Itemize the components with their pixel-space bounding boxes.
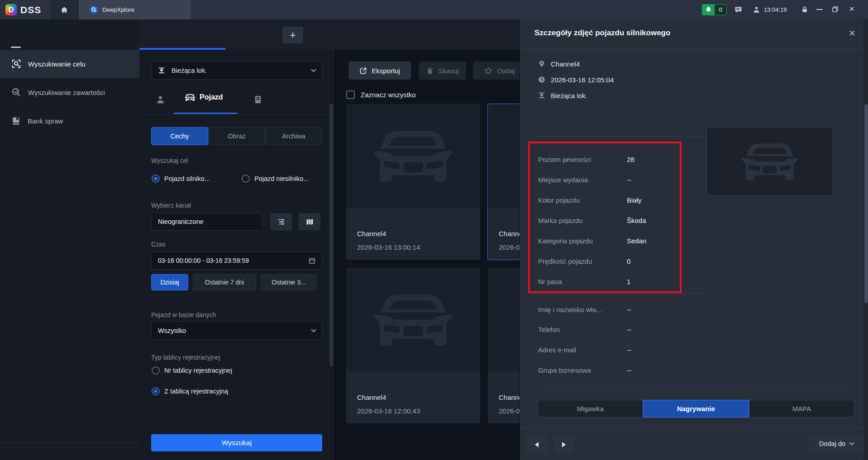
- database-select[interactable]: Wszystko: [151, 321, 322, 340]
- mode-tab-archives[interactable]: Archiwa: [265, 127, 322, 145]
- close-window-icon[interactable]: ✕: [849, 5, 855, 13]
- radio-motor-vehicle[interactable]: Pojazd silniko...: [152, 175, 210, 183]
- restore-icon[interactable]: [832, 6, 839, 13]
- detail-panel: Szczegóły zdjęć pojazdu silnikowego ✕ Ch…: [520, 19, 868, 460]
- tab-snapshot[interactable]: Migawka: [538, 400, 643, 417]
- field-label: Prędkość pojazdu: [538, 257, 627, 265]
- field-row: Miejsce wydania --: [538, 174, 701, 185]
- field-label: Miejsce wydania: [538, 176, 627, 184]
- new-tab-button[interactable]: +: [282, 27, 303, 43]
- time-label: Czas: [151, 241, 166, 248]
- section-divider: [537, 136, 703, 137]
- tab-vehicle-label: Pojazd: [200, 93, 223, 101]
- section-divider: [537, 294, 703, 294]
- channel-input-value: Nieograniczone: [158, 218, 204, 225]
- list-tree-icon: [277, 218, 285, 226]
- radio-non-motor-vehicle[interactable]: Pojazd niesilniko...: [242, 175, 309, 183]
- minimize-icon[interactable]: [816, 9, 823, 10]
- tab-person[interactable]: [156, 95, 165, 104]
- detail-channel-row: Channel4: [538, 58, 580, 70]
- user-icon[interactable]: [753, 6, 760, 14]
- sidebar-item-target-search[interactable]: Wyszukiwanie celu: [0, 50, 139, 78]
- vehicle-thumbnail: [706, 128, 833, 195]
- form-scrollbar[interactable]: [329, 104, 333, 366]
- field-value: Škoda: [627, 217, 646, 224]
- map-icon: [306, 218, 314, 226]
- location-pin-icon: [538, 60, 545, 67]
- notification-badge[interactable]: 0: [702, 4, 727, 15]
- field-value: --: [627, 326, 631, 333]
- delete-button[interactable]: Skasuj: [419, 62, 466, 80]
- detail-captured-at: 2026-03-16 12:05:04: [551, 76, 614, 84]
- document-icon: [253, 95, 262, 104]
- quick-range-last3[interactable]: Ostatnie 3...: [261, 274, 317, 290]
- case-bank-icon: [12, 117, 20, 125]
- field-row: Imię i nazwisko wła... --: [538, 304, 701, 315]
- select-all-label: Zaznacz wszystko: [361, 91, 416, 99]
- lock-icon[interactable]: [801, 6, 808, 13]
- detail-time-row: 2026-03-16 12:05:04: [538, 74, 614, 85]
- card-time: 2026-03-16 13:00:14: [357, 243, 420, 251]
- add-favorite-button[interactable]: Dodaj: [473, 62, 526, 80]
- add-to-button[interactable]: Dodaj do: [809, 434, 864, 453]
- panel-divider: [520, 50, 868, 50]
- database-label: Pojazd w bazie danych: [151, 311, 216, 318]
- panel-scrollbar-track[interactable]: [864, 19, 868, 460]
- field-label: Telefon: [538, 326, 627, 333]
- field-row: Nr pasa 1: [538, 276, 701, 287]
- channel-label: Wybierz kanał: [151, 202, 191, 209]
- field-row: Kategoria pojazdu Sedan: [538, 235, 701, 246]
- channel-input[interactable]: Nieograniczone: [151, 213, 262, 231]
- tab-plate-record[interactable]: [253, 95, 262, 104]
- image-search-icon: [12, 88, 21, 97]
- sidebar-item-content-search[interactable]: Wyszukiwanie zawartości: [0, 78, 139, 106]
- radio-non-motor-label: Pojazd niesilniko...: [254, 175, 309, 182]
- card-channel: Channe: [499, 394, 523, 401]
- dss-logo-icon: D: [5, 4, 17, 15]
- next-button[interactable]: [553, 436, 574, 454]
- tab-deepxplore[interactable]: DeepXplore: [79, 0, 191, 19]
- location-select-value: Bieżąca lok.: [172, 67, 305, 74]
- panel-scrollbar-thumb[interactable]: [864, 104, 868, 303]
- sidebar-item-case-bank[interactable]: Bank spraw: [0, 107, 139, 135]
- active-tab-underline: [139, 48, 225, 50]
- field-value: --: [627, 306, 631, 313]
- tab-recording[interactable]: Nagrywanie: [643, 400, 749, 417]
- home-button[interactable]: [50, 0, 79, 19]
- result-card[interactable]: Channel4 2026-03-16 13:00:14: [346, 104, 480, 260]
- device-icon: [538, 92, 545, 99]
- field-value: Sedan: [627, 237, 646, 245]
- card-channel: Channel4: [357, 394, 386, 401]
- channel-tree-button[interactable]: [270, 213, 292, 230]
- vehicle-snapshot: [346, 104, 480, 208]
- map-select-button[interactable]: [299, 213, 320, 230]
- message-icon[interactable]: [734, 6, 742, 14]
- location-select[interactable]: Bieżąca lok.: [151, 61, 322, 80]
- time-range-input[interactable]: 03-16 00:00:00 - 03-16 23:59:59: [151, 251, 322, 270]
- sidebar-item-label: Wyszukiwanie celu: [28, 60, 86, 68]
- previous-button[interactable]: [526, 436, 547, 454]
- field-value: --: [627, 346, 631, 354]
- chevron-left-icon: [535, 442, 539, 447]
- radio-plate-number[interactable]: Nr tablicy rejestracyjnej: [152, 366, 232, 375]
- tab-vehicle[interactable]: Pojazd: [185, 93, 223, 101]
- tab-map[interactable]: MAPA: [749, 400, 854, 417]
- workspace-header: [139, 19, 520, 50]
- mode-tab-image[interactable]: Obraz: [208, 127, 265, 145]
- radio-selected-icon: [152, 387, 160, 395]
- home-icon: [60, 6, 68, 14]
- bell-icon: [702, 4, 715, 15]
- field-label: Imię i nazwisko wła...: [538, 306, 627, 313]
- close-panel-icon[interactable]: ✕: [849, 28, 856, 38]
- section-divider: [537, 388, 851, 388]
- chevron-down-icon: [311, 67, 316, 72]
- radio-with-plate[interactable]: Z tablicą rejestracyjną: [152, 387, 228, 395]
- select-all-checkbox[interactable]: [346, 90, 355, 99]
- export-button[interactable]: Eksportuj: [348, 62, 411, 80]
- field-row: Adres e-mail --: [538, 344, 701, 355]
- quick-range-last7[interactable]: Ostatnie 7 dni: [193, 274, 256, 290]
- search-button[interactable]: Wyszukaj: [151, 434, 322, 451]
- result-card[interactable]: Channel4 2026-03-16 12:00:43: [346, 268, 480, 423]
- mode-tab-features[interactable]: Cechy: [151, 127, 208, 145]
- quick-range-today[interactable]: Dzisiaj: [151, 274, 188, 290]
